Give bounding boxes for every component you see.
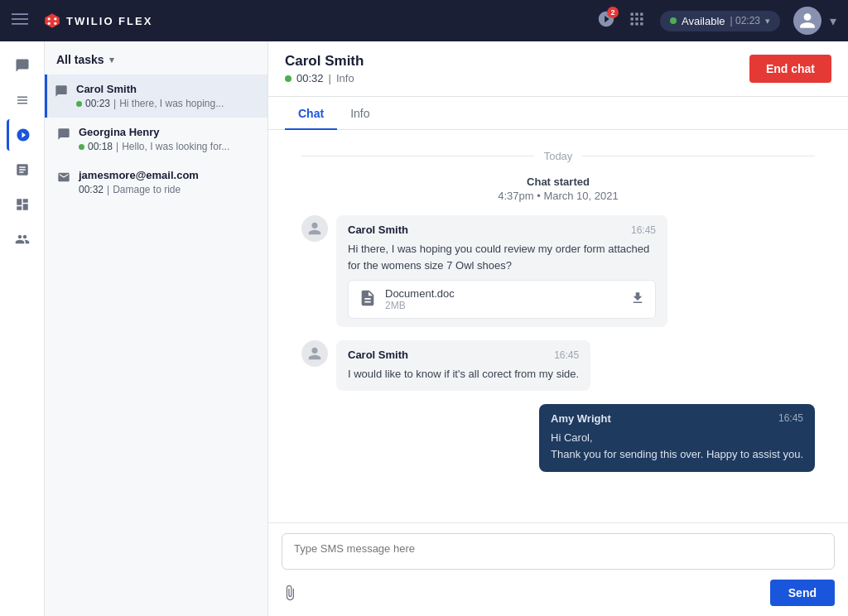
- day-divider: Today: [301, 150, 815, 162]
- nav-icon-2[interactable]: [7, 84, 38, 116]
- svg-rect-11: [635, 17, 638, 20]
- nav-icon-6[interactable]: [7, 224, 38, 255]
- task-chat-icon-2: [57, 128, 70, 144]
- chat-active-dot: [285, 75, 292, 82]
- send-button[interactable]: Send: [770, 580, 835, 606]
- user-avatar[interactable]: [793, 7, 822, 35]
- task-time-james: 00:32: [79, 184, 104, 195]
- svg-rect-7: [630, 13, 633, 16]
- task-name-georgina: Georgina Henry: [79, 126, 258, 138]
- msg-time-3: 16:45: [778, 412, 803, 424]
- svg-rect-8: [635, 13, 638, 16]
- task-item-james[interactable]: jamesmore@email.com 00:32 | Damage to ri…: [45, 161, 267, 204]
- side-nav: [0, 41, 45, 616]
- msg-text-3: Hi Carol, Thank you for sending this ove…: [551, 430, 803, 464]
- attachment-box[interactable]: Document.doc 2MB: [348, 280, 656, 319]
- task-chat-icon: [55, 84, 68, 101]
- msg-sender-2: Carol Smith: [348, 349, 408, 361]
- task-email-icon: [57, 171, 70, 187]
- msg-text-2: I would like to know if it's all corect …: [348, 366, 579, 383]
- chat-header-info: Carol Smith 00:32 | Info: [285, 53, 364, 84]
- task-content-james: jamesmore@email.com 00:32 | Damage to ri…: [79, 169, 258, 195]
- task-dot-georgina: [79, 144, 84, 150]
- logo: TWILIO FLEX: [43, 12, 152, 30]
- message-bubble-2: Carol Smith 16:45 I would like to know i…: [336, 340, 590, 391]
- sms-input[interactable]: [282, 533, 835, 570]
- all-tasks-chevron: ▾: [109, 55, 114, 65]
- grid-icon[interactable]: [629, 11, 645, 31]
- attach-button[interactable]: [282, 585, 298, 601]
- svg-rect-13: [630, 22, 633, 25]
- attachment-size: 2MB: [385, 300, 622, 311]
- task-content-georgina: Georgina Henry 00:18 | Hello, I was look…: [79, 126, 258, 152]
- nav-icon-3[interactable]: [7, 119, 38, 151]
- msg-sender-3: Amy Wright: [551, 412, 611, 425]
- svg-point-3: [48, 17, 51, 20]
- end-chat-button[interactable]: End chat: [749, 55, 831, 83]
- task-dot-carol: [76, 101, 82, 107]
- task-time-carol: 00:23: [85, 98, 110, 109]
- messages-area: Today Chat started 4:37pm • March 10, 20…: [268, 130, 848, 522]
- status-label: Available: [682, 15, 725, 27]
- app-title: TWILIO FLEX: [66, 15, 152, 27]
- chat-timer: 00:32: [296, 72, 324, 84]
- task-list-panel: All tasks ▾ Carol Smith 00:23 | Hi there…: [45, 41, 268, 616]
- paperclip-icon: [282, 585, 298, 601]
- download-icon[interactable]: [630, 291, 645, 309]
- status-dot: [670, 17, 677, 24]
- chat-started-label: Chat started: [301, 176, 815, 188]
- nav-icon-4[interactable]: [7, 154, 38, 185]
- message-bubble-1: Carol Smith 16:45 Hi there, I was hoping…: [336, 215, 667, 327]
- task-preview-georgina: Hello, I was looking for...: [122, 141, 229, 152]
- svg-rect-0: [12, 13, 28, 15]
- status-pill[interactable]: Available | 02:23 ▾: [660, 11, 780, 31]
- chat-started-info: Chat started 4:37pm • March 10, 2021: [301, 176, 815, 202]
- chat-panel: Carol Smith 00:32 | Info End chat Chat I…: [268, 41, 848, 616]
- task-list-header: All tasks ▾: [45, 41, 267, 75]
- task-time-georgina: 00:18: [88, 141, 113, 152]
- task-preview-james: Damage to ride: [113, 184, 181, 195]
- attachment-doc-icon: [359, 289, 377, 310]
- message-row-2: Carol Smith 16:45 I would like to know i…: [301, 340, 815, 391]
- msg-text-1: Hi there, I was hoping you could review …: [348, 241, 656, 273]
- svg-rect-15: [640, 22, 643, 25]
- svg-rect-12: [640, 17, 643, 20]
- svg-point-4: [54, 17, 56, 20]
- chevron-down-icon: ▾: [765, 16, 770, 26]
- menu-icon[interactable]: [12, 11, 28, 31]
- svg-rect-10: [630, 17, 633, 20]
- svg-rect-1: [12, 18, 28, 20]
- nav-icon-5[interactable]: [7, 189, 38, 220]
- task-item-georgina[interactable]: Georgina Henry 00:18 | Hello, I was look…: [45, 118, 267, 161]
- status-timer: | 02:23: [730, 15, 760, 26]
- tab-chat[interactable]: Chat: [285, 97, 337, 130]
- svg-rect-9: [640, 13, 643, 16]
- chat-header: Carol Smith 00:32 | Info End chat: [268, 41, 848, 97]
- svg-point-6: [54, 22, 56, 25]
- activity-icon[interactable]: 2: [597, 10, 615, 31]
- input-area: Send: [268, 522, 848, 616]
- customer-avatar-2: [301, 340, 328, 367]
- chat-started-time: 4:37pm • March 10, 2021: [301, 190, 815, 202]
- message-bubble-3: Amy Wright 16:45 Hi Carol, Thank you for…: [539, 404, 815, 473]
- message-row-3: Amy Wright 16:45 Hi Carol, Thank you for…: [301, 404, 815, 473]
- nav-icon-1[interactable]: [7, 50, 38, 81]
- msg-time-1: 16:45: [631, 224, 656, 236]
- svg-rect-14: [635, 22, 638, 25]
- attachment-name: Document.doc: [385, 287, 622, 300]
- task-content-carol: Carol Smith 00:23 | Hi there, I was hopi…: [76, 83, 258, 109]
- tab-info[interactable]: Info: [337, 97, 383, 130]
- chat-info-label[interactable]: Info: [336, 72, 354, 84]
- user-chevron-icon[interactable]: ▾: [830, 13, 836, 29]
- task-name-carol: Carol Smith: [76, 83, 258, 95]
- chat-tabs: Chat Info: [268, 97, 848, 130]
- day-label: Today: [544, 150, 573, 162]
- msg-sender-1: Carol Smith: [348, 224, 408, 236]
- task-preview-carol: Hi there, I was hoping...: [119, 98, 224, 109]
- task-name-james: jamesmore@email.com: [79, 169, 258, 181]
- chat-contact-name: Carol Smith: [285, 53, 364, 70]
- svg-point-5: [48, 22, 51, 25]
- message-row-1: Carol Smith 16:45 Hi there, I was hoping…: [301, 215, 815, 327]
- task-item-carol[interactable]: Carol Smith 00:23 | Hi there, I was hopi…: [45, 75, 267, 118]
- all-tasks-button[interactable]: All tasks ▾: [56, 53, 114, 66]
